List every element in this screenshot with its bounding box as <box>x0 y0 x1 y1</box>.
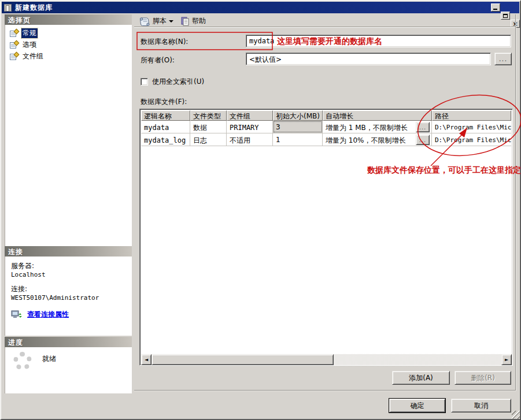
fulltext-checkbox[interactable] <box>141 78 148 86</box>
connection-properties-icon <box>11 310 23 319</box>
fulltext-label: 使用全文索引(U) <box>152 77 204 87</box>
table-row: mydata_log 日志 不适用 1 增量为 10%，不限制增长 D:\Pro… <box>141 133 511 146</box>
arrow-right-icon: ► <box>505 357 508 362</box>
minimize-button[interactable] <box>491 3 500 12</box>
scrollbar-track[interactable] <box>334 354 501 365</box>
server-value: Localhost <box>11 271 132 278</box>
help-button[interactable]: 帮助 <box>179 16 208 27</box>
window-title: 新建数据库 <box>15 3 53 13</box>
table-row: mydata 数据 PRIMARY 3 增量为 1 MB，不限制增长 D:\Pr… <box>141 121 511 133</box>
ellipsis-icon: ... <box>419 137 427 143</box>
owner-label: 所有者(O): <box>141 55 175 65</box>
autogrowth-text: 增量为 1 MB，不限制增长 <box>326 124 408 132</box>
path-annotation: 数据库文件保存位置，可以手工在这里指定 <box>367 165 521 176</box>
script-button[interactable]: 脚本 <box>138 16 175 27</box>
page-icon <box>10 29 19 38</box>
sidebar-item-general[interactable]: 常规 <box>9 28 39 39</box>
cell-file-type[interactable]: 日志 <box>190 133 227 146</box>
cell-logical-name[interactable]: mydata_log <box>141 133 190 146</box>
remove-button: 删除(R) <box>455 371 511 385</box>
progress-header: 进度 <box>5 337 132 347</box>
db-name-annotation: 这里填写需要开通的数据库名 <box>277 36 382 47</box>
select-page-header: 选择页 <box>5 14 132 25</box>
cell-logical-name[interactable]: mydata <box>141 121 190 133</box>
toolbar-separator <box>134 27 516 28</box>
resize-grip[interactable] <box>512 411 520 419</box>
select-page-panel: 常规 选项 文件组 <box>5 25 132 246</box>
title-bar[interactable]: 新建数据库 <box>2 2 519 13</box>
db-name-label: 数据库名称(N): <box>141 37 188 47</box>
col-header-filegroup[interactable]: 文件组 <box>227 110 273 121</box>
server-label: 服务器: <box>11 261 132 271</box>
db-files-label: 数据库文件(F): <box>141 97 187 107</box>
page-icon <box>10 41 19 49</box>
progress-spinner-icon <box>13 352 32 370</box>
progress-status: 就绪 <box>42 352 56 364</box>
help-label: 帮助 <box>192 16 206 26</box>
page-icon <box>10 53 19 61</box>
connection-value: WEST50107\Administrator <box>11 294 132 302</box>
autogrowth-browse-button[interactable]: ... <box>416 122 430 132</box>
ellipsis-icon: ... <box>499 55 507 63</box>
cell-path[interactable]: D:\Program Files\Micr <box>432 121 511 133</box>
chevron-down-icon <box>169 20 173 23</box>
arrow-left-icon: ◄ <box>145 357 148 362</box>
close-icon: × <box>512 21 518 27</box>
window-icon <box>4 4 12 12</box>
cell-filegroup[interactable]: PRIMARY <box>227 121 273 133</box>
col-header-path[interactable]: 路径 <box>432 110 511 121</box>
col-header-initial-size[interactable]: 初始大小(MB) <box>273 110 323 121</box>
cell-initial-size[interactable]: 1 <box>273 133 323 146</box>
add-button[interactable]: 添加(A) <box>392 371 450 385</box>
cancel-button[interactable]: 取消 <box>451 399 511 412</box>
connection-panel: 服务器: Localhost 连接: WEST50107\Administrat… <box>5 257 132 336</box>
maximize-icon <box>503 14 508 18</box>
cell-filegroup[interactable]: 不适用 <box>227 133 273 146</box>
connection-header: 连接 <box>5 246 132 257</box>
sidebar-item-options[interactable]: 选项 <box>9 39 39 50</box>
owner-browse-button[interactable]: ... <box>494 53 512 65</box>
scroll-right-button[interactable]: ► <box>501 354 512 365</box>
view-connection-properties-link[interactable]: 查看连接属性 <box>27 310 69 319</box>
cell-initial-size[interactable]: 3 <box>273 121 323 133</box>
sidebar-item-label: 文件组 <box>21 51 45 61</box>
ok-button[interactable]: 确定 <box>389 399 445 412</box>
owner-input[interactable]: <默认值> <box>246 53 491 65</box>
maximize-button[interactable] <box>501 12 510 20</box>
ellipsis-icon: ... <box>419 124 427 131</box>
autogrowth-browse-button[interactable]: ... <box>416 135 430 145</box>
toolbar: 脚本 帮助 <box>138 16 208 27</box>
minimize-icon <box>493 9 497 10</box>
owner-value: <默认值> <box>246 53 490 65</box>
script-icon <box>139 16 150 26</box>
script-label: 脚本 <box>153 16 167 26</box>
db-files-grid: 逻辑名称 文件类型 文件组 初始大小(MB) 自动增长 路径 mydata 数据… <box>139 109 513 366</box>
scroll-left-button[interactable]: ◄ <box>141 354 152 365</box>
col-header-autogrowth[interactable]: 自动增长 <box>323 110 432 121</box>
sidebar-item-label: 选项 <box>21 40 38 50</box>
connection-label: 连接: <box>11 284 132 294</box>
progress-panel: 就绪 <box>5 347 132 393</box>
grid-horizontal-scrollbar[interactable]: ◄ ► <box>141 354 512 365</box>
autogrowth-text: 增量为 10%，不限制增长 <box>326 136 406 144</box>
scrollbar-thumb[interactable] <box>152 354 334 365</box>
col-header-logical-name[interactable]: 逻辑名称 <box>141 110 190 121</box>
grid-header-row: 逻辑名称 文件类型 文件组 初始大小(MB) 自动增长 路径 <box>141 110 511 121</box>
help-icon <box>180 17 190 26</box>
cell-path[interactable]: D:\Program Files\Micr <box>432 133 511 146</box>
cell-file-type[interactable]: 数据 <box>190 121 227 133</box>
sidebar-item-filegroups[interactable]: 文件组 <box>9 51 46 62</box>
col-header-file-type[interactable]: 文件类型 <box>190 110 227 121</box>
sidebar-item-label: 常规 <box>21 28 38 38</box>
